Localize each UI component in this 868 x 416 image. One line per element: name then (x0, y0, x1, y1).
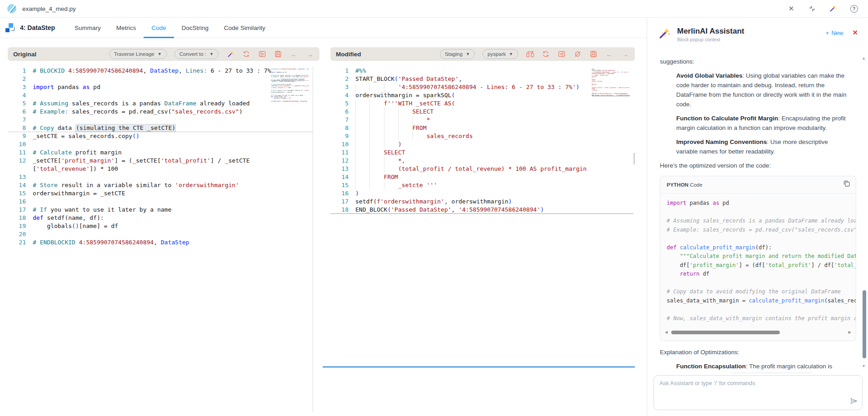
save-icon[interactable] (274, 50, 282, 58)
code-line[interactable]: 8# Copy data (simulating the CTE _setCTE… (8, 124, 313, 132)
code-line[interactable]: 6# Example: sales_records = pd.read_csv(… (271, 76, 309, 78)
assistant-wand-icon (658, 27, 671, 42)
code-line[interactable]: 9_setCTE = sales_records.copy() (8, 132, 313, 140)
code-line[interactable]: 11# Calculate profit margin (8, 149, 313, 157)
code-line[interactable]: 10 (8, 140, 313, 149)
code-line[interactable]: 16 (8, 198, 313, 206)
code-line[interactable]: 21# ENDBLOCKID 4:5859907074586240894, Da… (271, 101, 309, 102)
arrow-right-icon[interactable]: → (306, 50, 314, 58)
line-number: 9 (8, 132, 26, 140)
code-block-hscrollbar[interactable]: ◀ ▶ (660, 325, 856, 341)
code-line[interactable]: 15_setcte ''' (330, 181, 634, 189)
code-line[interactable]: 2START_BLOCK('Passed DataStep', (330, 75, 634, 83)
code-line[interactable]: 10) (330, 140, 634, 149)
scroll-down-icon[interactable]: ▼ (862, 364, 866, 368)
disable-icon[interactable] (574, 50, 582, 58)
code-line[interactable]: 5# Assuming sales_records is a pandas Da… (8, 99, 313, 108)
arrow-right-icon[interactable]: → (621, 50, 629, 58)
scroll-left-icon[interactable]: ◀ (665, 327, 668, 337)
expand-right-icon[interactable] (558, 50, 566, 58)
copy-icon[interactable] (843, 180, 850, 190)
original-code-editor[interactable]: 1# BLOCKID 4:5859907074586240894, DataSt… (8, 67, 313, 412)
tab-code[interactable]: Code (144, 18, 174, 38)
new-chat-button[interactable]: +New (826, 30, 843, 36)
send-icon[interactable] (850, 398, 858, 406)
code-line[interactable]: 13(total_profit / total_revenue) * 100 A… (330, 165, 634, 173)
code-line[interactable]: 3import pandas as pd (8, 83, 313, 91)
assistant-code-block: PYTHON Code import pandas as pd # Assumi… (660, 176, 856, 341)
refresh-icon[interactable] (242, 50, 250, 58)
arrow-left-icon[interactable]: ← (290, 50, 298, 58)
code-line[interactable]: 5f'''WITH _setCTE AS( (330, 99, 634, 108)
magic-wand-icon[interactable] (829, 5, 837, 13)
code-line[interactable]: 7 (8, 116, 313, 124)
code-line[interactable]: 15orderswithmargin = _setCTE (8, 189, 313, 198)
scroll-up-icon[interactable]: ▲ (862, 56, 866, 60)
code-line[interactable]: 18END_BLOCK('Passed DataStep', '4:585990… (592, 95, 630, 96)
code-line[interactable]: 13(total_profit / total_revenue) * 100 A… (592, 87, 630, 89)
indent-guide (369, 173, 384, 181)
hscroll-thumb[interactable] (671, 331, 780, 334)
tab-code-similarity[interactable]: Code Similarity (216, 18, 273, 38)
code-line[interactable]: 2 (8, 75, 313, 83)
code-line[interactable]: 3'4:5859907074586240894 - Lines: 6 - 27 … (330, 83, 634, 91)
assistant-scrollbar-thumb[interactable] (863, 290, 866, 358)
magic-wand-icon[interactable] (226, 50, 234, 58)
code-line[interactable]: 8FROM (330, 124, 634, 132)
staging-dropdown[interactable]: Staging▼ (440, 49, 475, 59)
code-line[interactable]: 13 (8, 173, 313, 181)
code-line[interactable]: 18def setdf(name, df): (8, 214, 313, 222)
code-line[interactable]: 1# BLOCKID 4:5859907074586240894, DataSt… (271, 69, 309, 70)
assistant-close-icon[interactable]: ✕ (852, 29, 858, 37)
tab-summary[interactable]: Summary (67, 18, 109, 38)
code-line[interactable]: 7* (330, 116, 634, 124)
convert-to-dropdown[interactable]: Convert to :▼ (175, 49, 219, 59)
modified-scrollbar-thumb[interactable] (634, 153, 635, 164)
code-line[interactable]: 4orderswithmargin = sparkSQL( (330, 91, 634, 99)
pyspark-label: pyspark (488, 51, 506, 57)
modified-code-editor[interactable]: 1#%%2START_BLOCK('Passed DataStep',3'4:5… (330, 67, 634, 405)
pyspark-dropdown[interactable]: pyspark▼ (483, 49, 518, 59)
assistant-code-line: # Example: sales_records = pd.read_csv("… (667, 226, 856, 235)
code-line[interactable]: 12_setCTE['profit_margin'] = (_setCTE['t… (8, 157, 313, 165)
line-number: 18 (8, 214, 26, 222)
save-icon[interactable] (589, 50, 598, 58)
code-line[interactable]: 14FROM (330, 173, 634, 181)
assistant-input[interactable] (654, 376, 862, 410)
code-line[interactable]: 14# Store result in a variable similar t… (8, 181, 313, 189)
code-line[interactable]: 21# ENDBLOCKID 4:5859907074586240894, Da… (8, 238, 313, 247)
code-line[interactable]: 6# Example: sales_records = pd.read_csv(… (8, 108, 313, 116)
code-line[interactable]: 4 (8, 91, 313, 99)
indent-guide (369, 157, 384, 165)
refresh-icon[interactable] (542, 50, 550, 58)
code-line[interactable]: 20 (8, 230, 313, 238)
code-line[interactable]: ['total_revenue']) * 100 (8, 165, 313, 173)
line-number: 8 (330, 124, 349, 132)
code-line[interactable]: 16) (330, 189, 634, 198)
line-number: 5 (330, 99, 349, 108)
code-line[interactable]: 9sales_records (330, 132, 634, 140)
code-line[interactable]: 11SELECT (330, 149, 634, 157)
code-line[interactable]: 6SELECT (330, 108, 634, 116)
modified-minimap[interactable]: 1#%%2START_BLOCK('Passed DataStep',3'4:5… (592, 69, 630, 103)
indent-guide (369, 132, 384, 140)
close-icon[interactable]: ✕ (787, 5, 795, 13)
indent-guide (412, 132, 426, 140)
code-line[interactable]: 17setdf(f'orderswithmargin', orderswithm… (330, 198, 634, 206)
code-line[interactable]: 1# BLOCKID 4:5859907074586240894, DataSt… (8, 67, 313, 75)
compress-icon[interactable] (808, 5, 816, 13)
original-minimap[interactable]: 1# BLOCKID 4:5859907074586240894, DataSt… (271, 69, 309, 103)
traverse-lineage-dropdown[interactable]: Traverse Lineage▼ (109, 49, 167, 59)
help-icon[interactable]: ? (850, 5, 858, 13)
code-line[interactable]: 17# If you want to use it later by a nam… (8, 206, 313, 214)
arrow-left-icon[interactable]: ← (605, 50, 614, 58)
code-line[interactable]: 12*, (330, 157, 634, 165)
tab-docstring[interactable]: DocString (174, 18, 216, 38)
tab-metrics[interactable]: Metrics (109, 18, 144, 38)
deploy-icon[interactable] (526, 50, 534, 58)
code-line[interactable]: 1#%% (330, 67, 634, 75)
scroll-right-icon[interactable]: ▶ (848, 327, 851, 337)
code-line[interactable]: 19 globals()[name] = df (8, 222, 313, 230)
collapse-left-icon[interactable] (258, 50, 266, 58)
code-line[interactable]: 18END_BLOCK('Passed DataStep', '4:585990… (330, 206, 634, 214)
